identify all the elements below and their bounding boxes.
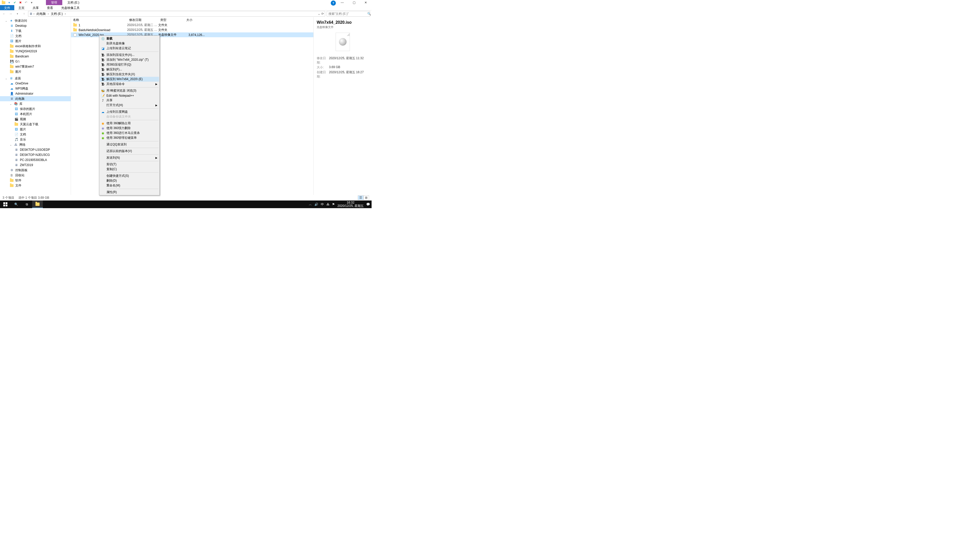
nav-zmt[interactable]: 🖥ZMT2019 — [0, 162, 71, 168]
forward-button[interactable]: → — [8, 11, 13, 16]
nav-libraries[interactable]: ⌄📚库 — [0, 101, 71, 106]
nav-saved-pics[interactable]: 🖼保存的图片 — [0, 106, 71, 111]
ctx-360-trojan[interactable]: ◉使用 360进行木马云查杀 — [100, 130, 159, 135]
ctx-share[interactable]: ⤴共享 — [100, 98, 159, 103]
close-button[interactable]: ✕ — [360, 0, 372, 5]
ctx-open-with[interactable]: 打开方式(H)▶ — [100, 103, 159, 108]
nav-yunqishi[interactable]: YUNQISHI2019 — [0, 49, 71, 54]
tab-home[interactable]: 主页 — [14, 5, 29, 10]
refresh-icon[interactable]: ⟳ — [321, 12, 324, 16]
nav-docs[interactable]: 📄文档 — [0, 132, 71, 137]
col-date[interactable]: 修改日期 — [127, 17, 158, 23]
ctx-notepad[interactable]: 📝Edit with Notepad++ — [100, 93, 159, 98]
nav-control-panel[interactable]: ⚙控制面板 — [0, 168, 71, 173]
nav-desktop[interactable]: 🖥Desktop — [0, 23, 71, 28]
tab-view[interactable]: 查看 — [43, 5, 57, 10]
ctx-create-shortcut[interactable]: 创建快捷方式(S) — [100, 173, 159, 178]
nav-onedrive[interactable]: ☁OneDrive — [0, 81, 71, 86]
nav-gdrive[interactable]: 💾G:\ — [0, 59, 71, 64]
tray-chevron-icon[interactable]: ︿ — [309, 202, 312, 206]
col-size[interactable]: 大小 — [184, 17, 205, 23]
tray-flag-icon[interactable]: ⚑ — [332, 203, 335, 206]
ctx-open360[interactable]: 🗜用360压缩打开(Q) — [100, 62, 159, 67]
nav-software[interactable]: 软件 — [0, 178, 71, 183]
view-icons-button[interactable]: ⊞ — [363, 195, 369, 200]
ctx-send-to[interactable]: 发送到(N)▶ — [100, 156, 159, 160]
tray-action-center-icon[interactable]: 💬 — [366, 203, 370, 206]
file-row[interactable]: BaiduNetdiskDownload 2020/12/25, 星期五 1..… — [71, 27, 313, 32]
nav-documents[interactable]: 📄文档 — [0, 33, 71, 38]
nav-wps[interactable]: ☁WPS网盘 — [0, 86, 71, 91]
ctx-add-zip[interactable]: 🗜添加到 "Win7x64_2020.zip" (T) — [100, 57, 159, 62]
ctx-extract-named[interactable]: 🗜解压到 Win7x64_2020\ (E) — [100, 77, 159, 82]
ctx-add-archive[interactable]: 🗜添加到压缩文件(A)... — [100, 52, 159, 57]
nav-videos[interactable]: 🎬视频 — [0, 117, 71, 122]
ctx-copy[interactable]: 复制(C) — [100, 167, 159, 171]
qat-close-icon[interactable]: ✖ — [18, 0, 22, 5]
up-button[interactable]: ↑ — [21, 11, 27, 16]
breadcrumb[interactable]: 🖥 此电脑 文档 (E:) ⌄ ⟳ — [28, 11, 325, 17]
qat-down-icon[interactable]: ▾ — [7, 0, 11, 5]
nav-admin[interactable]: 👤Administrator — [0, 91, 71, 96]
nav-win7[interactable]: win7重装win7 — [0, 64, 71, 69]
start-button[interactable] — [0, 200, 11, 208]
qat-check-icon[interactable]: ✔ — [13, 0, 17, 5]
ctx-other-compress[interactable]: 🗜其他压缩命令▶ — [100, 82, 159, 86]
view-details-button[interactable]: ☰ — [358, 195, 363, 200]
nav-pictures3[interactable]: 🖼图片 — [0, 127, 71, 132]
nav-downloads[interactable]: ⬇下载 — [0, 28, 71, 33]
ctx-properties[interactable]: 属性(R) — [100, 190, 159, 195]
ctx-delete[interactable]: 删除(D) — [100, 178, 159, 183]
qat-more-icon[interactable]: ▾ — [30, 0, 34, 5]
nav-pc2019[interactable]: 🖥PC-20190530OBLA — [0, 157, 71, 162]
breadcrumb-seg-thispc[interactable]: 此电脑 — [35, 11, 47, 17]
nav-excel-folder[interactable]: excel表格制作求和 — [0, 44, 71, 49]
ctx-rename[interactable]: 重命名(M) — [100, 183, 159, 188]
ctx-bee-browser[interactable]: 🐝用 蜂蜜浏览器 浏览(3) — [100, 88, 159, 93]
ctx-youdao[interactable]: ◪上传到有道云笔记 — [100, 46, 159, 51]
breadcrumb-dropdown-icon[interactable]: ⌄ — [318, 12, 320, 16]
ctx-cut[interactable]: 剪切(T) — [100, 162, 159, 167]
ctx-360-manage[interactable]: ◉使用 360管理右键菜单 — [100, 135, 159, 140]
qat-undo-icon[interactable]: ↶ — [24, 0, 28, 5]
back-button[interactable]: ← — [2, 11, 6, 16]
tray-network-icon[interactable]: 🖧 — [326, 203, 329, 206]
tray-clock[interactable]: 16:32 2020/12/25, 星期五 — [337, 201, 364, 208]
ctx-mount[interactable]: 💿装载 — [100, 36, 159, 41]
search-button[interactable]: 🔍 — [11, 200, 21, 208]
nav-recycle[interactable]: 🗑回收站 — [0, 173, 71, 178]
nav-network[interactable]: ⌄🖧网络 — [0, 142, 71, 147]
nav-quick-access[interactable]: ⌄★快速访问 — [0, 18, 71, 23]
nav-local-photos[interactable]: 🖼本机照片 — [0, 111, 71, 117]
help-icon[interactable]: ? — [331, 0, 336, 6]
ctx-360-force-delete[interactable]: ◉使用 360强力删除 — [100, 126, 159, 130]
nav-music[interactable]: 🎵音乐 — [0, 137, 71, 142]
history-dropdown[interactable]: ▾ — [15, 11, 20, 16]
nav-desktop-lss[interactable]: 🖥DESKTOP-LSSOEDP — [0, 147, 71, 152]
search-icon[interactable]: 🔍 — [367, 12, 371, 16]
nav-bandicam[interactable]: Bandicam — [0, 54, 71, 59]
ctx-qq-send[interactable]: 通过QQ发送到 — [100, 142, 159, 147]
ctx-burn[interactable]: 刻录光盘映像 — [100, 41, 159, 46]
minimize-button[interactable]: — — [336, 0, 348, 5]
tab-disc-tools[interactable]: 光盘映像工具 — [57, 5, 84, 10]
ctx-360-unlock[interactable]: ◉使用 360解除占用 — [100, 121, 159, 126]
ctx-extract-to[interactable]: 🗜解压到(F)... — [100, 67, 159, 72]
nav-pictures-quick[interactable]: 🖼图片 — [0, 38, 71, 44]
ctx-upload-baidu[interactable]: ☁上传到百度网盘 — [100, 110, 159, 114]
ctx-extract-here[interactable]: 🗜解压到当前文件夹(X) — [100, 72, 159, 77]
nav-thispc[interactable]: 🖥此电脑 — [0, 96, 71, 101]
search-box[interactable]: 🔍 — [327, 11, 370, 17]
context-tab-manage[interactable]: 管理 — [46, 0, 62, 5]
nav-files[interactable]: 文件 — [0, 183, 71, 188]
breadcrumb-seg-drive[interactable]: 文档 (E:) — [50, 11, 64, 17]
task-view-button[interactable]: ⧉ — [21, 200, 32, 208]
col-name[interactable]: 名称 — [71, 17, 127, 23]
maximize-button[interactable]: ▢ — [348, 0, 360, 5]
tray-volume-icon[interactable]: 🔊 — [314, 203, 318, 206]
file-row[interactable]: 1 2020/12/15, 星期二 1... 文件夹 — [71, 23, 313, 27]
nav-tianyi[interactable]: 天翼云盘下载 — [0, 122, 71, 127]
search-input[interactable] — [328, 12, 367, 16]
nav-desktop-nj[interactable]: 🖥DESKTOP-NJEU3CG — [0, 152, 71, 157]
tab-share[interactable]: 共享 — [29, 5, 43, 10]
